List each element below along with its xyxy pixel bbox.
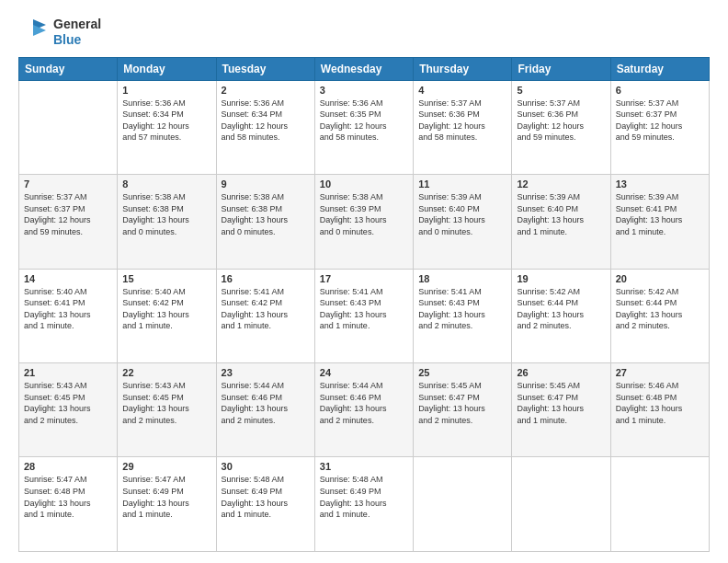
day-info: Sunrise: 5:48 AM Sunset: 6:49 PM Dayligh… (320, 474, 408, 520)
day-info: Sunrise: 5:40 AM Sunset: 6:42 PM Dayligh… (122, 286, 210, 332)
day-number: 23 (222, 367, 310, 378)
logo-flag-icon (18, 17, 48, 47)
day-number: 16 (222, 273, 310, 284)
week-row-2: 7Sunrise: 5:37 AM Sunset: 6:37 PM Daylig… (19, 175, 710, 269)
day-info: Sunrise: 5:41 AM Sunset: 6:43 PM Dayligh… (418, 286, 506, 332)
day-cell: 21Sunrise: 5:43 AM Sunset: 6:45 PM Dayli… (19, 363, 118, 457)
day-info: Sunrise: 5:42 AM Sunset: 6:44 PM Dayligh… (616, 286, 704, 332)
top-section: General Blue (18, 17, 710, 48)
day-cell: 16Sunrise: 5:41 AM Sunset: 6:42 PM Dayli… (216, 269, 314, 362)
day-number: 11 (418, 178, 506, 190)
day-number: 30 (222, 461, 310, 472)
day-number: 26 (517, 367, 605, 378)
day-number: 5 (517, 85, 605, 96)
weekday-header-monday: Monday (118, 57, 216, 80)
day-number: 13 (616, 178, 704, 190)
day-cell: 24Sunrise: 5:44 AM Sunset: 6:46 PM Dayli… (314, 363, 413, 457)
day-number: 1 (122, 85, 210, 96)
day-cell: 15Sunrise: 5:40 AM Sunset: 6:42 PM Dayli… (118, 269, 216, 362)
weekday-header-saturday: Saturday (610, 57, 709, 80)
page: General Blue SundayMondayTuesdayWednesda… (0, 0, 728, 563)
day-info: Sunrise: 5:36 AM Sunset: 6:34 PM Dayligh… (122, 98, 210, 144)
day-info: Sunrise: 5:37 AM Sunset: 6:37 PM Dayligh… (24, 191, 112, 237)
weekday-header-thursday: Thursday (414, 57, 512, 80)
day-info: Sunrise: 5:45 AM Sunset: 6:47 PM Dayligh… (517, 380, 605, 426)
day-number: 9 (222, 178, 310, 190)
day-info: Sunrise: 5:47 AM Sunset: 6:49 PM Dayligh… (122, 474, 210, 520)
calendar-table: SundayMondayTuesdayWednesdayThursdayFrid… (18, 57, 710, 552)
day-info: Sunrise: 5:37 AM Sunset: 6:37 PM Dayligh… (616, 98, 704, 144)
day-cell: 10Sunrise: 5:38 AM Sunset: 6:39 PM Dayli… (314, 175, 413, 269)
day-number: 15 (122, 273, 210, 284)
day-number: 25 (418, 367, 506, 378)
day-cell: 26Sunrise: 5:45 AM Sunset: 6:47 PM Dayli… (512, 363, 610, 457)
day-number: 29 (122, 461, 210, 472)
day-number: 12 (517, 178, 605, 190)
day-info: Sunrise: 5:44 AM Sunset: 6:46 PM Dayligh… (222, 380, 310, 426)
day-number: 14 (24, 273, 112, 284)
day-cell: 22Sunrise: 5:43 AM Sunset: 6:45 PM Dayli… (118, 363, 216, 457)
day-number: 22 (122, 367, 210, 378)
day-info: Sunrise: 5:41 AM Sunset: 6:42 PM Dayligh… (222, 286, 310, 332)
day-info: Sunrise: 5:37 AM Sunset: 6:36 PM Dayligh… (517, 98, 605, 144)
day-number: 21 (24, 367, 112, 378)
day-cell: 20Sunrise: 5:42 AM Sunset: 6:44 PM Dayli… (610, 269, 709, 362)
day-number: 3 (320, 85, 408, 96)
day-cell: 8Sunrise: 5:38 AM Sunset: 6:38 PM Daylig… (118, 175, 216, 269)
day-cell: 12Sunrise: 5:39 AM Sunset: 6:40 PM Dayli… (512, 175, 610, 269)
day-cell: 9Sunrise: 5:38 AM Sunset: 6:38 PM Daylig… (216, 175, 314, 269)
day-cell: 13Sunrise: 5:39 AM Sunset: 6:41 PM Dayli… (610, 175, 709, 269)
day-cell (512, 457, 610, 552)
weekday-header-sunday: Sunday (19, 57, 118, 80)
day-info: Sunrise: 5:38 AM Sunset: 6:38 PM Dayligh… (122, 191, 210, 237)
day-number: 6 (616, 85, 704, 96)
day-cell: 1Sunrise: 5:36 AM Sunset: 6:34 PM Daylig… (118, 80, 216, 174)
day-info: Sunrise: 5:40 AM Sunset: 6:41 PM Dayligh… (24, 286, 112, 332)
week-row-4: 21Sunrise: 5:43 AM Sunset: 6:45 PM Dayli… (19, 363, 710, 457)
day-cell: 25Sunrise: 5:45 AM Sunset: 6:47 PM Dayli… (414, 363, 512, 457)
day-info: Sunrise: 5:48 AM Sunset: 6:49 PM Dayligh… (222, 474, 310, 520)
day-info: Sunrise: 5:41 AM Sunset: 6:43 PM Dayligh… (320, 286, 408, 332)
day-number: 2 (222, 85, 310, 96)
day-info: Sunrise: 5:39 AM Sunset: 6:40 PM Dayligh… (418, 191, 506, 237)
day-number: 4 (418, 85, 506, 96)
weekday-header-friday: Friday (512, 57, 610, 80)
day-info: Sunrise: 5:44 AM Sunset: 6:46 PM Dayligh… (320, 380, 408, 426)
day-number: 8 (122, 178, 210, 190)
day-cell: 3Sunrise: 5:36 AM Sunset: 6:35 PM Daylig… (314, 80, 413, 174)
logo: General Blue (18, 17, 101, 48)
logo-container: General Blue (18, 17, 101, 48)
day-info: Sunrise: 5:45 AM Sunset: 6:47 PM Dayligh… (418, 380, 506, 426)
day-number: 20 (616, 273, 704, 284)
day-cell: 2Sunrise: 5:36 AM Sunset: 6:34 PM Daylig… (216, 80, 314, 174)
day-cell: 4Sunrise: 5:37 AM Sunset: 6:36 PM Daylig… (414, 80, 512, 174)
day-info: Sunrise: 5:46 AM Sunset: 6:48 PM Dayligh… (616, 380, 704, 426)
day-info: Sunrise: 5:38 AM Sunset: 6:39 PM Dayligh… (320, 191, 408, 237)
day-cell: 18Sunrise: 5:41 AM Sunset: 6:43 PM Dayli… (414, 269, 512, 362)
weekday-header-row: SundayMondayTuesdayWednesdayThursdayFrid… (19, 57, 710, 80)
day-number: 28 (24, 461, 112, 472)
week-row-5: 28Sunrise: 5:47 AM Sunset: 6:48 PM Dayli… (19, 457, 710, 552)
day-cell: 23Sunrise: 5:44 AM Sunset: 6:46 PM Dayli… (216, 363, 314, 457)
day-number: 24 (320, 367, 408, 378)
day-info: Sunrise: 5:39 AM Sunset: 6:41 PM Dayligh… (616, 191, 704, 237)
logo-text: General Blue (53, 17, 101, 48)
day-cell: 6Sunrise: 5:37 AM Sunset: 6:37 PM Daylig… (610, 80, 709, 174)
day-number: 27 (616, 367, 704, 378)
day-cell: 19Sunrise: 5:42 AM Sunset: 6:44 PM Dayli… (512, 269, 610, 362)
day-number: 19 (517, 273, 605, 284)
day-number: 7 (24, 178, 112, 190)
day-cell: 28Sunrise: 5:47 AM Sunset: 6:48 PM Dayli… (19, 457, 118, 552)
week-row-1: 1Sunrise: 5:36 AM Sunset: 6:34 PM Daylig… (19, 80, 710, 174)
day-cell (610, 457, 709, 552)
day-cell: 11Sunrise: 5:39 AM Sunset: 6:40 PM Dayli… (414, 175, 512, 269)
day-cell (414, 457, 512, 552)
day-info: Sunrise: 5:47 AM Sunset: 6:48 PM Dayligh… (24, 474, 112, 520)
day-info: Sunrise: 5:42 AM Sunset: 6:44 PM Dayligh… (517, 286, 605, 332)
day-cell: 14Sunrise: 5:40 AM Sunset: 6:41 PM Dayli… (19, 269, 118, 362)
day-info: Sunrise: 5:43 AM Sunset: 6:45 PM Dayligh… (122, 380, 210, 426)
day-info: Sunrise: 5:43 AM Sunset: 6:45 PM Dayligh… (24, 380, 112, 426)
day-info: Sunrise: 5:37 AM Sunset: 6:36 PM Dayligh… (418, 98, 506, 144)
day-info: Sunrise: 5:36 AM Sunset: 6:35 PM Dayligh… (320, 98, 408, 144)
day-number: 18 (418, 273, 506, 284)
